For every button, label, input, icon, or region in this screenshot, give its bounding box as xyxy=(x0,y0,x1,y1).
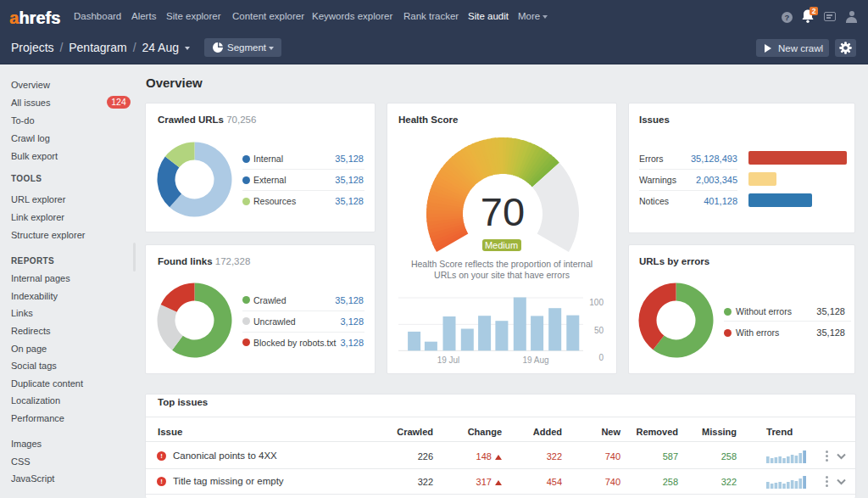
svg-text:19 Jul: 19 Jul xyxy=(437,355,460,365)
svg-text:19 Aug: 19 Aug xyxy=(522,355,548,365)
svg-text:100: 100 xyxy=(589,298,604,307)
svg-text:50: 50 xyxy=(594,326,604,335)
svg-text:0: 0 xyxy=(598,353,604,362)
